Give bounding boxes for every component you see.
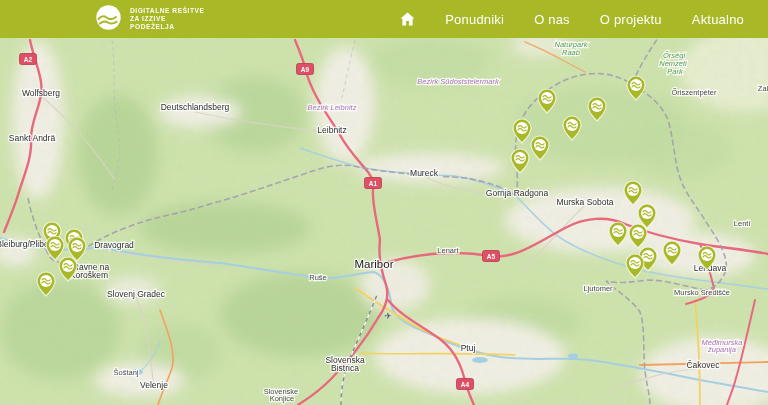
openstreetmap-basemap: ✈ A2A9A1A5A4 NaturparkRaabŐrségiNemzetiP…: [0, 38, 768, 405]
map-label: Park: [667, 67, 684, 76]
svg-text:A2: A2: [24, 56, 33, 63]
map-label: Slovenj Gradec: [107, 289, 166, 299]
road-badge: A2: [20, 54, 37, 65]
map-label: Konjice: [270, 394, 295, 403]
map-label: Deutschlandsberg: [161, 102, 230, 112]
svg-text:A5: A5: [487, 253, 496, 260]
map-label: Őriszentpéter: [671, 88, 717, 97]
svg-text:A1: A1: [369, 180, 378, 187]
map-label: Murska Sobota: [556, 197, 613, 207]
map-label: Bistrica: [331, 363, 359, 373]
svg-text:A4: A4: [461, 381, 470, 388]
map-label: Mursko Središče: [674, 288, 730, 297]
map-label: Ptuj: [461, 343, 476, 353]
map-label: Raab: [562, 48, 580, 57]
map-label: Sankt Andrä: [9, 133, 56, 143]
nav-item-aktualno[interactable]: Aktualno: [692, 12, 744, 27]
nav-item-o-nas[interactable]: O nas: [534, 12, 570, 27]
site-logo[interactable]: DIGITALNE REŠITVE ZA IZZIVE PODEŽELJA: [95, 4, 204, 35]
road-badge: A4: [457, 379, 474, 390]
airport-icon: ✈: [384, 311, 392, 321]
map-label: Ruše: [309, 273, 327, 282]
main-nav: Ponudniki O nas O projektu Aktualno: [400, 12, 744, 27]
home-icon: [400, 12, 415, 26]
map-label: Zalal: [758, 84, 768, 93]
map-label: Leibnitz: [317, 125, 346, 135]
road-badge: A9: [297, 64, 314, 75]
map-label: županija: [707, 345, 736, 354]
map-label: Šoštanj: [113, 368, 138, 377]
nav-home-link[interactable]: [400, 12, 415, 26]
map-label: Wolfsberg: [22, 88, 60, 98]
svg-text:A9: A9: [301, 66, 310, 73]
road-badge: A5: [483, 251, 500, 262]
map-label: Gornja Radgona: [486, 188, 549, 198]
map-label: Lenti: [734, 219, 751, 228]
top-navigation-bar: DIGITALNE REŠITVE ZA IZZIVE PODEŽELJA Po…: [0, 0, 768, 38]
map-canvas[interactable]: ✈ A2A9A1A5A4 NaturparkRaabŐrségiNemzetiP…: [0, 38, 768, 405]
map-label: Čakovec: [686, 360, 720, 370]
map-label: Bezirk Leibnitz: [308, 103, 357, 112]
map-label: Lenart: [437, 246, 459, 255]
map-label: Dravograd: [94, 240, 134, 250]
map-label: Velenje: [140, 380, 168, 390]
nav-item-o-projektu[interactable]: O projektu: [600, 12, 662, 27]
road-badge: A1: [365, 178, 382, 189]
map-label: Ljutomer: [583, 284, 613, 293]
hills-waves-icon: [95, 4, 122, 35]
map-label: Bezirk Südoststeiermark: [417, 77, 500, 86]
map-label: Maribor: [355, 258, 394, 270]
site-logo-text: DIGITALNE REŠITVE ZA IZZIVE PODEŽELJA: [130, 7, 204, 30]
nav-item-ponudniki[interactable]: Ponudniki: [445, 12, 504, 27]
map-label: Mureck: [410, 168, 439, 178]
